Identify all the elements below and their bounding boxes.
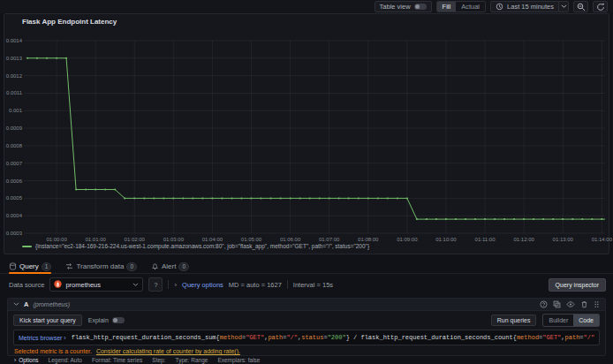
- query-options-toggle[interactable]: Query options: [182, 281, 223, 289]
- y-axis-tick-label: 0.0008: [6, 143, 23, 148]
- data-point: [601, 218, 602, 220]
- data-point: [299, 197, 301, 199]
- query-datasource-hint: (prometheus): [33, 301, 70, 307]
- query-token: path: [565, 334, 580, 341]
- run-queries-button[interactable]: Run queries: [491, 315, 537, 326]
- builder-code-toggle: Builder Code: [542, 314, 600, 327]
- divider: [168, 280, 169, 289]
- x-axis-tick-label: 01:08:00: [358, 237, 379, 242]
- code-mode-button[interactable]: Code: [573, 315, 599, 326]
- x-axis-tick-label: 01:04:00: [202, 237, 223, 242]
- data-point: [85, 189, 87, 191]
- x-axis-tick-label: 01:00:00: [46, 237, 67, 242]
- tab-transform-count: 0: [126, 262, 137, 271]
- time-range-button[interactable]: Last 15 minutes: [490, 1, 559, 12]
- warning-hint-link[interactable]: Consider calculating rate of counter by …: [96, 348, 240, 354]
- panel-toolbar: Table view Fill Actual Last 15 minutes: [0, 0, 613, 13]
- refresh-icon: [596, 3, 605, 11]
- x-axis-tick-label: 01:14:00: [592, 237, 613, 242]
- query-inspector-button[interactable]: Query inspector: [549, 278, 606, 292]
- x-axis-tick-label: 01:12:00: [513, 237, 534, 242]
- data-point: [562, 218, 564, 220]
- data-point: [591, 218, 593, 220]
- query-options-interval-summary: Interval = 15s: [293, 281, 333, 289]
- tab-alert-count: 0: [178, 262, 189, 271]
- datasource-label: Data source: [9, 281, 44, 289]
- timeseries-panel[interactable]: Flask App Endpoint Latency 0.00140.00130…: [4, 13, 609, 254]
- promql-expression[interactable]: flask_http_request_duration_seconds_sum{…: [72, 334, 594, 341]
- datasource-name: prometheus: [65, 281, 101, 289]
- help-circle-icon[interactable]: [540, 300, 548, 308]
- query-row-actions: [540, 300, 600, 308]
- datasource-help-button[interactable]: ?: [148, 277, 163, 292]
- data-point: [211, 197, 213, 199]
- data-point: [503, 218, 505, 220]
- timeseries-chart: 0.00140.00130.00120.00110.0010.00090.000…: [4, 30, 610, 244]
- legend-item[interactable]: {instance="ec2-184-169-216-224.us-west-1…: [22, 243, 369, 249]
- zoom-out-button[interactable]: [573, 1, 588, 12]
- eye-icon[interactable]: [566, 300, 575, 308]
- tab-alert-label: Alert: [162, 262, 176, 270]
- time-range-caret-button[interactable]: [559, 1, 569, 12]
- data-point: [46, 57, 48, 59]
- data-point: [523, 218, 525, 220]
- actual-button[interactable]: Actual: [456, 2, 485, 11]
- duplicate-icon[interactable]: [553, 300, 561, 308]
- data-point: [533, 218, 534, 220]
- clock-icon: [496, 3, 503, 11]
- query-toolbar-right: Run queries Builder Code: [491, 314, 600, 327]
- kick-start-query-button[interactable]: Kick start your query: [13, 315, 82, 326]
- table-view-toggle[interactable]: Table view: [375, 1, 432, 12]
- data-point: [571, 218, 573, 220]
- explain-toggle[interactable]: Explain: [88, 317, 125, 323]
- data-point: [172, 197, 174, 199]
- datasource-select[interactable]: prometheus: [49, 277, 143, 292]
- query-code-editor[interactable]: Metrics browser › flask_http_request_dur…: [13, 330, 600, 345]
- tab-query[interactable]: Query 1: [9, 260, 51, 273]
- explain-switch[interactable]: [112, 317, 125, 323]
- y-axis-tick-label: 0.0003: [6, 231, 23, 236]
- transform-icon: [65, 262, 73, 270]
- query-row-header[interactable]: A (prometheus): [8, 299, 605, 311]
- data-point: [261, 197, 262, 199]
- drag-handle-icon[interactable]: [594, 300, 600, 308]
- refresh-button[interactable]: [593, 1, 608, 12]
- x-axis-tick-label: 01:01:00: [85, 237, 106, 242]
- x-axis-tick-label: 01:05:00: [241, 237, 262, 242]
- fill-actual-group: Fill Actual: [436, 1, 486, 12]
- tab-query-label: Query: [19, 262, 39, 270]
- data-point: [192, 197, 193, 199]
- data-point: [377, 197, 379, 199]
- query-options-md-summary: MD = auto = 1627: [229, 281, 282, 289]
- data-point: [182, 197, 184, 199]
- data-point: [104, 189, 106, 191]
- fill-button[interactable]: Fill: [437, 2, 457, 11]
- tab-transform[interactable]: Transform data 0: [65, 260, 137, 273]
- data-point: [329, 197, 330, 199]
- y-axis-tick-label: 0.0013: [6, 56, 23, 61]
- options-toggle[interactable]: › Options: [14, 357, 39, 363]
- table-view-switch[interactable]: [414, 4, 427, 10]
- x-axis-tick-label: 01:09:00: [397, 237, 418, 242]
- x-axis-tick-label: 01:13:00: [553, 237, 574, 242]
- tab-alert[interactable]: Alert 0: [151, 260, 189, 273]
- trash-icon[interactable]: [580, 300, 588, 308]
- chevron-down-icon: [132, 283, 139, 287]
- data-point: [484, 218, 486, 220]
- data-point: [201, 197, 203, 199]
- query-token: "/": [286, 334, 298, 341]
- query-token: method: [517, 334, 539, 341]
- data-point: [445, 218, 447, 220]
- data-point: [163, 197, 164, 199]
- legend-series-dash: [22, 246, 32, 247]
- data-point: [387, 197, 389, 199]
- chevron-down-icon[interactable]: [13, 302, 19, 307]
- data-point: [124, 197, 125, 199]
- query-editor-row: A (prometheus) Kick start your query Exp…: [7, 298, 606, 356]
- builder-mode-button[interactable]: Builder: [543, 315, 573, 326]
- option-format: Format: Time series: [92, 357, 142, 363]
- y-axis-tick-label: 0.0005: [6, 195, 23, 201]
- data-point: [406, 197, 408, 199]
- metrics-browser-toggle[interactable]: Metrics browser ›: [19, 335, 66, 341]
- datasource-row: Data source prometheus ? › Query options…: [9, 276, 606, 293]
